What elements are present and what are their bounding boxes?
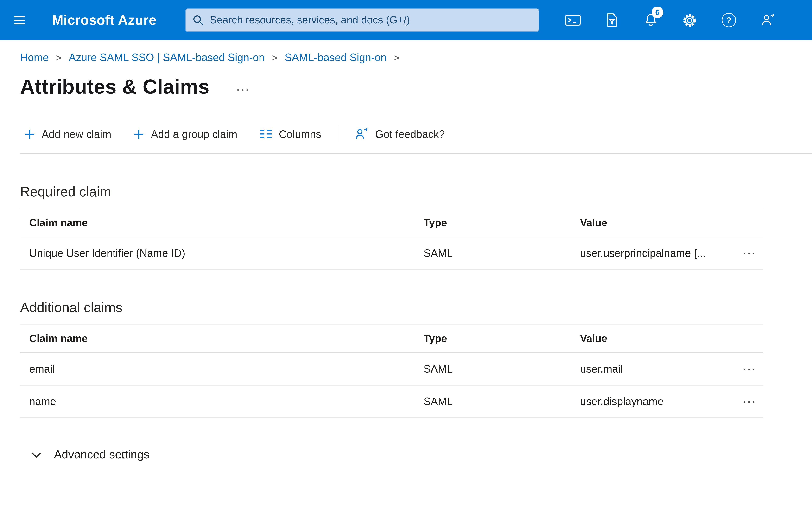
table-row[interactable]: name SAML user.displayname ··· — [20, 385, 763, 418]
ellipsis-icon: ··· — [237, 84, 251, 94]
claim-type-cell: SAML — [424, 247, 580, 260]
breadcrumb-separator: > — [394, 52, 400, 63]
add-group-claim-button[interactable]: Add a group claim — [133, 128, 237, 140]
claim-name-cell: email — [20, 363, 424, 375]
help-button[interactable]: ? — [715, 6, 743, 34]
column-header-type: Type — [424, 333, 580, 345]
gear-icon — [683, 13, 697, 28]
breadcrumb-separator: > — [272, 52, 278, 63]
feedback-button[interactable] — [754, 6, 782, 34]
claim-value-cell: user.userprincipalname [... — [580, 247, 727, 260]
feedback-person-icon — [761, 13, 775, 27]
topbar: Microsoft Azure — [0, 0, 812, 40]
breadcrumb-link-home[interactable]: Home — [20, 51, 49, 64]
cloud-shell-button[interactable] — [559, 6, 587, 34]
required-claim-table: Claim name Type Value Unique User Identi… — [20, 209, 763, 270]
claim-value-cell: user.mail — [580, 363, 727, 375]
claim-name-cell: name — [20, 395, 424, 408]
claim-value-cell: user.displayname — [580, 395, 727, 408]
table-row[interactable]: Unique User Identifier (Name ID) SAML us… — [20, 237, 763, 270]
advanced-settings-label: Advanced settings — [54, 448, 149, 462]
directories-subscriptions-button[interactable] — [598, 6, 626, 34]
column-header-type: Type — [424, 217, 580, 229]
columns-button[interactable]: Columns — [259, 128, 321, 140]
search-icon — [192, 14, 204, 26]
claim-type-cell: SAML — [424, 363, 580, 375]
column-header-claim-name: Claim name — [20, 333, 424, 345]
breadcrumb-link-sso[interactable]: SAML-based Sign-on — [285, 51, 386, 64]
additional-claims-table: Claim name Type Value email SAML user.ma… — [20, 324, 763, 418]
additional-claims-heading: Additional claims — [20, 300, 812, 315]
search-input[interactable] — [210, 14, 532, 26]
page-header: Attributes & Claims ··· — [20, 72, 812, 102]
terminal-icon — [565, 13, 581, 27]
ellipsis-icon: ··· — [743, 363, 757, 375]
page-title: Attributes & Claims — [20, 75, 209, 99]
chevron-down-icon — [31, 452, 41, 458]
brand-title[interactable]: Microsoft Azure — [52, 12, 156, 28]
row-actions-button[interactable]: ··· — [727, 396, 763, 407]
breadcrumb: Home > Azure SAML SSO | SAML-based Sign-… — [0, 40, 812, 64]
notifications-button[interactable]: 6 — [637, 6, 665, 34]
column-header-value: Value — [580, 217, 727, 229]
got-feedback-button[interactable]: Got feedback? — [354, 127, 445, 141]
table-row[interactable]: email SAML user.mail ··· — [20, 353, 763, 385]
page-context-menu-button[interactable]: ··· — [237, 80, 251, 94]
advanced-settings-toggle[interactable]: Advanced settings — [31, 448, 149, 462]
notification-badge: 6 — [651, 6, 663, 18]
global-search — [185, 8, 539, 32]
table-header-row: Claim name Type Value — [20, 325, 763, 353]
breadcrumb-separator: > — [56, 52, 62, 63]
plus-icon — [133, 129, 144, 139]
required-claim-heading: Required claim — [20, 184, 812, 199]
claim-type-cell: SAML — [424, 395, 580, 408]
claim-name-cell: Unique User Identifier (Name ID) — [20, 247, 424, 260]
ellipsis-icon: ··· — [743, 396, 757, 407]
help-icon: ? — [722, 13, 736, 27]
row-actions-button[interactable]: ··· — [727, 248, 763, 259]
column-header-value: Value — [580, 333, 727, 345]
column-header-claim-name: Claim name — [20, 217, 424, 229]
settings-button[interactable] — [675, 6, 704, 34]
directory-filter-icon — [605, 13, 618, 27]
menu-button[interactable] — [0, 0, 39, 40]
command-bar: Add new claim Add a group claim Columns — [20, 126, 812, 154]
topbar-actions: 6 ? — [559, 6, 782, 34]
table-header-row: Claim name Type Value — [20, 209, 763, 237]
ellipsis-icon: ··· — [743, 248, 757, 259]
toolbar-divider — [338, 126, 339, 142]
feedback-person-icon — [354, 127, 369, 141]
add-new-claim-button[interactable]: Add new claim — [24, 128, 111, 140]
plus-icon — [24, 129, 35, 139]
hamburger-icon — [13, 13, 26, 27]
breadcrumb-link-app[interactable]: Azure SAML SSO | SAML-based Sign-on — [69, 51, 265, 64]
row-actions-button[interactable]: ··· — [727, 363, 763, 375]
columns-icon — [259, 129, 272, 139]
